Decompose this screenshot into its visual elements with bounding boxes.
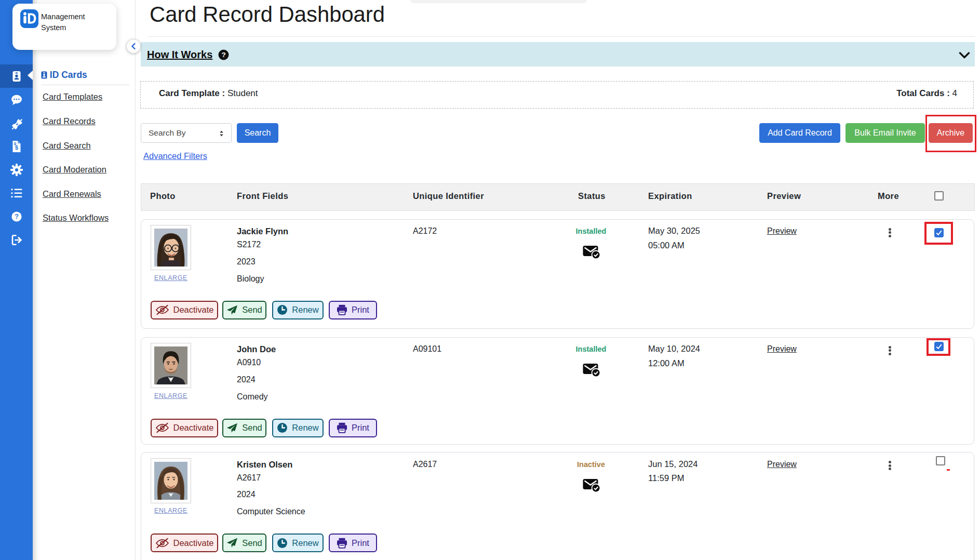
- svg-text:?: ?: [15, 213, 19, 220]
- svg-text:$: $: [15, 144, 18, 151]
- svg-text:?: ?: [221, 51, 225, 59]
